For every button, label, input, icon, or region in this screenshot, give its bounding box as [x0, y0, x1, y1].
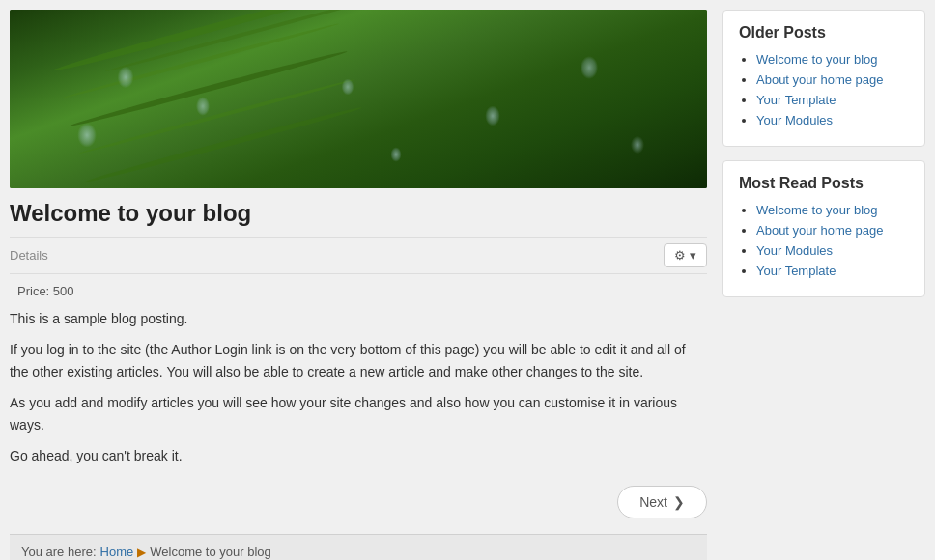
next-button[interactable]: Next ❯ [617, 486, 707, 518]
list-item: About your home page [756, 71, 909, 87]
most-read-link-4[interactable]: Your Template [756, 264, 836, 278]
next-label: Next [639, 494, 667, 510]
body-paragraph-1: This is a sample blog posting. [10, 308, 707, 329]
body-paragraph-4: Go ahead, you can't break it. [10, 445, 707, 466]
dropdown-icon: ▾ [690, 248, 696, 263]
article-body: This is a sample blog posting. If you lo… [10, 308, 707, 466]
older-posts-box: Older Posts Welcome to your blog About y… [722, 10, 925, 147]
breadcrumb: You are here: Home ▶ Welcome to your blo… [10, 534, 707, 560]
breadcrumb-home-link[interactable]: Home [100, 545, 134, 559]
price-value: Price: 500 [17, 284, 74, 298]
body-paragraph-2: If you log in to the site (the Author Lo… [10, 339, 707, 382]
older-post-link-3[interactable]: Your Template [756, 93, 836, 107]
gear-icon: ⚙ [674, 248, 686, 263]
list-item: Your Modules [756, 242, 909, 258]
most-read-box: Most Read Posts Welcome to your blog Abo… [722, 160, 925, 297]
sidebar: Older Posts Welcome to your blog About y… [722, 10, 925, 560]
older-post-link-4[interactable]: Your Modules [756, 113, 833, 127]
price-line: Price: 500 [10, 284, 707, 298]
main-content: Welcome to your blog Details ⚙ ▾ Price: … [10, 10, 707, 560]
gear-button[interactable]: ⚙ ▾ [664, 243, 707, 267]
list-item: Your Modules [756, 112, 909, 127]
details-label: Details [10, 248, 48, 263]
older-posts-list: Welcome to your blog About your home pag… [739, 51, 909, 127]
older-post-link-2[interactable]: About your home page [756, 72, 884, 87]
older-posts-title: Older Posts [739, 24, 909, 42]
breadcrumb-separator: ▶ [137, 546, 146, 559]
article-title: Welcome to your blog [10, 200, 707, 227]
list-item: About your home page [756, 222, 909, 238]
list-item: Your Template [756, 263, 909, 278]
next-btn-wrapper: Next ❯ [10, 476, 707, 528]
breadcrumb-you-are-here: You are here: [21, 545, 97, 559]
breadcrumb-current: Welcome to your blog [150, 545, 271, 559]
list-item: Your Template [756, 92, 909, 107]
most-read-link-2[interactable]: About your home page [756, 223, 884, 238]
list-item: Welcome to your blog [756, 51, 909, 67]
older-post-link-1[interactable]: Welcome to your blog [756, 52, 878, 67]
hero-image [10, 10, 707, 188]
most-read-title: Most Read Posts [739, 175, 909, 192]
body-paragraph-3: As you add and modify articles you will … [10, 392, 707, 435]
next-arrow-icon: ❯ [673, 494, 685, 510]
most-read-list: Welcome to your blog About your home pag… [739, 202, 909, 278]
most-read-link-1[interactable]: Welcome to your blog [756, 203, 878, 217]
list-item: Welcome to your blog [756, 202, 909, 217]
details-bar: Details ⚙ ▾ [10, 237, 707, 274]
most-read-link-3[interactable]: Your Modules [756, 243, 833, 258]
